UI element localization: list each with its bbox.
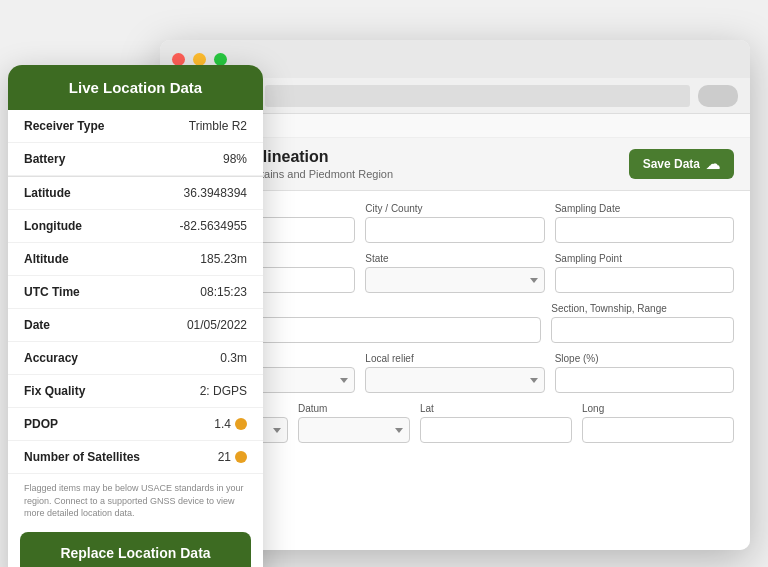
label-sampling-point: Sampling Point (555, 253, 734, 264)
input-sampling-point[interactable] (555, 267, 734, 293)
label-slope: Slope (%) (555, 353, 734, 364)
label-datum: Datum (298, 403, 410, 414)
warning-icon-pdop (235, 418, 247, 430)
label-city: City / County (365, 203, 544, 214)
value-longitude: -82.5634955 (180, 219, 247, 233)
form-group-city: City / County (365, 203, 544, 243)
label-altitude: Altitude (24, 252, 69, 266)
label-receiver-type: Receiver Type (24, 119, 105, 133)
input-city[interactable] (365, 217, 544, 243)
form-group-datum: Datum (298, 403, 410, 443)
label-utctime: UTC Time (24, 285, 80, 299)
form-group-long: Long (582, 403, 734, 443)
input-lat[interactable] (420, 417, 572, 443)
form-group-slope: Slope (%) (555, 353, 734, 393)
value-date: 01/05/2022 (187, 318, 247, 332)
panel-header-title: Live Location Data (24, 79, 247, 96)
save-data-button[interactable]: Save Data ☁ (629, 149, 734, 179)
close-button[interactable] (172, 53, 185, 66)
form-group-sampling-date: Sampling Date (555, 203, 734, 243)
row-accuracy: Accuracy 0.3m (8, 342, 263, 375)
label-date: Date (24, 318, 50, 332)
label-local-relief: Local relief (365, 353, 544, 364)
form-group-lat: Lat (420, 403, 572, 443)
row-latitude: Latitude 36.3948394 (8, 177, 263, 210)
select-datum[interactable] (298, 417, 410, 443)
label-battery: Battery (24, 152, 65, 166)
cloud-icon: ☁ (706, 156, 720, 172)
panel-header: Live Location Data (8, 65, 263, 110)
row-date: Date 01/05/2022 (8, 309, 263, 342)
label-pdop: PDOP (24, 417, 58, 431)
label-section: Section, Township, Range (551, 303, 734, 314)
value-utctime: 08:15:23 (200, 285, 247, 299)
label-state: State (365, 253, 544, 264)
label-sampling-date: Sampling Date (555, 203, 734, 214)
maximize-button[interactable] (214, 53, 227, 66)
form-group-local-relief: Local relief (365, 353, 544, 393)
mobile-panel: Live Location Data Receiver Type Trimble… (8, 65, 263, 567)
value-satellites: 21 (218, 450, 247, 464)
value-receiver-type: Trimble R2 (189, 119, 247, 133)
input-sampling-date[interactable] (555, 217, 734, 243)
row-battery: Battery 98% (8, 143, 263, 176)
disclaimer-text: Flagged items may be below USACE standar… (8, 474, 263, 526)
label-latitude: Latitude (24, 186, 71, 200)
select-state[interactable] (365, 267, 544, 293)
label-fix-quality: Fix Quality (24, 384, 85, 398)
row-pdop: PDOP 1.4 (8, 408, 263, 441)
form-group-sampling-point: Sampling Point (555, 253, 734, 293)
replace-location-button[interactable]: Replace Location Data (20, 532, 251, 567)
value-latitude: 36.3948394 (184, 186, 247, 200)
row-fix-quality: Fix Quality 2: DGPS (8, 375, 263, 408)
row-receiver-type: Receiver Type Trimble R2 (8, 110, 263, 143)
value-pdop: 1.4 (214, 417, 247, 431)
label-satellites: Number of Satellites (24, 450, 140, 464)
input-slope[interactable] (555, 367, 734, 393)
label-accuracy: Accuracy (24, 351, 78, 365)
warning-icon-satellites (235, 451, 247, 463)
value-accuracy: 0.3m (220, 351, 247, 365)
row-utctime: UTC Time 08:15:23 (8, 276, 263, 309)
input-section[interactable] (551, 317, 734, 343)
row-satellites: Number of Satellites 21 (8, 441, 263, 474)
row-longitude: Longitude -82.5634955 (8, 210, 263, 243)
input-long[interactable] (582, 417, 734, 443)
value-battery: 98% (223, 152, 247, 166)
label-long: Long (582, 403, 734, 414)
value-altitude: 185.23m (200, 252, 247, 266)
label-lat: Lat (420, 403, 572, 414)
form-group-state: State (365, 253, 544, 293)
value-fix-quality: 2: DGPS (200, 384, 247, 398)
panel-body: Receiver Type Trimble R2 Battery 98% Lat… (8, 110, 263, 567)
select-local-relief[interactable] (365, 367, 544, 393)
label-longitude: Longitude (24, 219, 82, 233)
minimize-button[interactable] (193, 53, 206, 66)
row-altitude: Altitude 185.23m (8, 243, 263, 276)
form-group-section: Section, Township, Range (551, 303, 734, 343)
